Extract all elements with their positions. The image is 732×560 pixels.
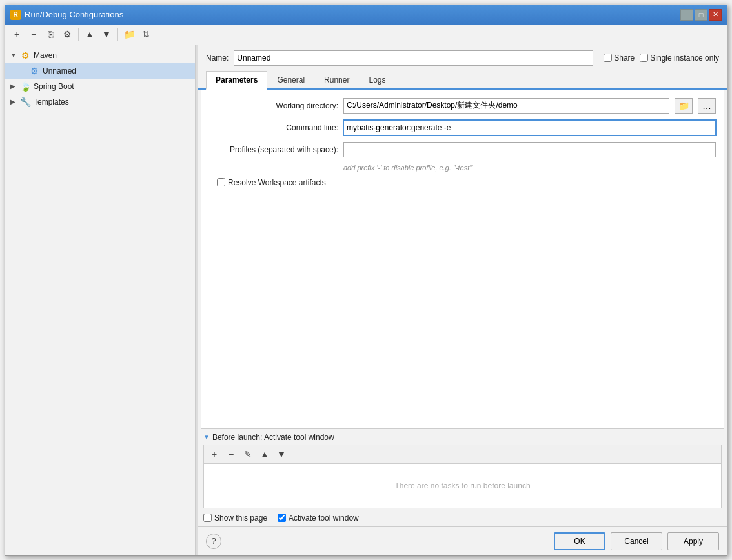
titlebar: R Run/Debug Configurations − □ ✕	[5, 5, 727, 25]
working-directory-row: Working directory: 📁 …	[209, 98, 716, 114]
before-launch-empty-text: There are no tasks to run before launch	[394, 481, 530, 490]
left-panel: ▼ ⚙ Maven ⚙ Unnamed ▶ 🍃 Spring Boot	[5, 45, 196, 555]
move-down-button[interactable]: ▼	[99, 26, 114, 42]
footer: ? OK Cancel Apply	[198, 526, 727, 555]
show-page-checkbox[interactable]	[203, 514, 212, 522]
activate-tool-checkbox[interactable]	[278, 514, 286, 522]
help-button[interactable]: ?	[206, 534, 221, 549]
profiles-row: Profiles (separated with space):	[209, 142, 716, 157]
before-launch-remove-btn[interactable]: −	[223, 446, 239, 462]
templates-label: Templates	[34, 97, 69, 106]
window-controls: − □ ✕	[680, 9, 722, 21]
move-up-button[interactable]: ▲	[82, 26, 97, 42]
maven-label: Maven	[34, 51, 57, 60]
maven-icon: ⚙	[19, 50, 31, 61]
toolbar-separator-2	[117, 28, 118, 41]
profiles-input[interactable]	[343, 142, 716, 157]
share-checkbox[interactable]	[604, 54, 612, 62]
toolbar-separator-1	[78, 28, 79, 41]
before-launch-arrow[interactable]: ▼	[203, 434, 210, 441]
before-launch-list: There are no tasks to run before launch	[203, 463, 722, 508]
app-icon: R	[10, 10, 21, 20]
tree-item-maven[interactable]: ▼ ⚙ Maven	[5, 48, 195, 63]
main-toolbar: + − ⎘ ⚙ ▲ ▼ 📁 ⇅	[5, 25, 727, 45]
cancel-button[interactable]: Cancel	[611, 532, 662, 550]
resolve-artifacts-checkbox[interactable]	[217, 178, 225, 186]
profiles-label: Profiles (separated with space):	[209, 145, 338, 154]
share-checkbox-label[interactable]: Share	[604, 54, 635, 63]
unnamed-label: Unnamed	[43, 66, 76, 75]
before-launch-toolbar: + − ✎ ▲ ▼	[203, 445, 722, 463]
bottom-checks: Show this page Activate tool window	[198, 508, 727, 526]
springboot-icon: 🍃	[19, 81, 31, 92]
ok-button[interactable]: OK	[554, 532, 605, 550]
apply-button[interactable]: Apply	[667, 532, 719, 550]
before-launch-add-btn[interactable]: +	[207, 446, 222, 462]
working-directory-browse-btn[interactable]: 📁	[675, 98, 693, 114]
templates-arrow: ▶	[10, 98, 19, 105]
window-title: Run/Debug Configurations	[25, 10, 680, 19]
tree-item-springboot[interactable]: ▶ 🍃 Spring Boot	[5, 79, 195, 94]
right-panel: Name: Share Single instance only	[198, 45, 727, 555]
single-instance-checkbox-label[interactable]: Single instance only	[640, 54, 719, 63]
show-page-label[interactable]: Show this page	[203, 514, 267, 523]
activate-tool-label[interactable]: Activate tool window	[278, 514, 359, 523]
before-launch-edit-btn[interactable]: ✎	[240, 446, 256, 462]
tab-logs[interactable]: Logs	[359, 71, 395, 90]
tree-area: ▼ ⚙ Maven ⚙ Unnamed ▶ 🍃 Spring Boot	[5, 45, 195, 555]
tab-runner[interactable]: Runner	[314, 71, 359, 90]
before-launch-down-btn[interactable]: ▼	[274, 446, 289, 462]
command-line-label: Command line:	[209, 123, 338, 132]
springboot-arrow: ▶	[10, 83, 19, 90]
working-directory-label: Working directory:	[209, 101, 338, 110]
tab-general[interactable]: General	[267, 71, 314, 90]
run-debug-dialog: R Run/Debug Configurations − □ ✕ + − ⎘ ⚙…	[5, 5, 727, 556]
resolve-artifacts-row: Resolve Workspace artifacts	[217, 178, 716, 187]
unnamed-icon: ⚙	[28, 65, 40, 77]
single-instance-checkbox[interactable]	[640, 54, 648, 62]
tree-item-templates[interactable]: ▶ 🔧 Templates	[5, 94, 195, 110]
templates-icon: 🔧	[19, 96, 31, 108]
remove-config-button[interactable]: −	[26, 26, 41, 42]
command-line-row: Command line:	[209, 120, 716, 135]
tree-item-unnamed[interactable]: ⚙ Unnamed	[5, 63, 195, 79]
add-config-button[interactable]: +	[9, 26, 25, 42]
content-area: ▼ ⚙ Maven ⚙ Unnamed ▶ 🍃 Spring Boot	[5, 45, 727, 555]
tabs-bar: Parameters General Runner Logs	[198, 71, 727, 90]
name-row: Name: Share Single instance only	[198, 45, 727, 71]
before-launch-header: ▼ Before launch: Activate tool window	[203, 433, 722, 442]
maximize-button[interactable]: □	[695, 9, 707, 21]
resolve-artifacts-label[interactable]: Resolve Workspace artifacts	[217, 178, 326, 187]
tab-content-parameters: Working directory: 📁 … Command line: Pro…	[201, 90, 724, 429]
name-label: Name:	[206, 54, 229, 63]
sort-button[interactable]: ⇅	[138, 26, 154, 42]
close-button[interactable]: ✕	[709, 9, 722, 21]
copy-config-button[interactable]: ⎘	[43, 26, 58, 42]
minimize-button[interactable]: −	[680, 9, 693, 21]
maven-arrow: ▼	[10, 52, 19, 59]
share-row: Share Single instance only	[604, 54, 719, 63]
working-directory-input[interactable]	[343, 98, 669, 114]
footer-left: ?	[206, 534, 221, 549]
before-launch-section: ▼ Before launch: Activate tool window + …	[198, 429, 727, 508]
folder-button[interactable]: 📁	[121, 26, 137, 42]
before-launch-up-btn[interactable]: ▲	[257, 446, 272, 462]
before-launch-title: Before launch: Activate tool window	[212, 433, 334, 442]
footer-buttons: OK Cancel Apply	[554, 532, 719, 550]
command-line-input[interactable]	[343, 120, 716, 135]
name-input[interactable]	[234, 50, 593, 66]
springboot-label: Spring Boot	[34, 82, 74, 91]
working-directory-vars-btn[interactable]: …	[698, 98, 716, 114]
profiles-hint: add prefix '-' to disable profile, e.g. …	[343, 164, 716, 172]
settings-button[interactable]: ⚙	[59, 26, 75, 42]
tab-parameters[interactable]: Parameters	[206, 71, 267, 90]
